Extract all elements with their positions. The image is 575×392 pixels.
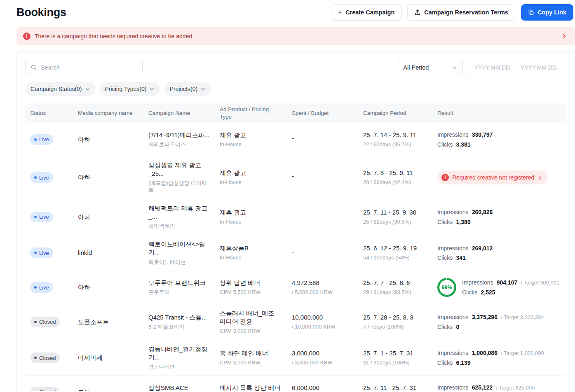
result-metrics: Impressions 904,107 / Target 909,091 Cli… (462, 277, 559, 297)
period-progress: 25 / 82days (30.5%) (363, 219, 427, 226)
result-cell: ! Impressions 625,122 / Target 625,000 C… (432, 377, 566, 391)
search-box (25, 60, 143, 75)
clicks-label: Clicks (437, 324, 453, 330)
status-badge: Live (30, 172, 53, 183)
table-row[interactable]: Live 아하 (7/14~9/11)메리츠파... 메리츠파트너스 제휴 광고… (25, 123, 566, 156)
create-campaign-button[interactable]: + Create Campaign (331, 4, 402, 21)
campaign-name: 삼성SMB ACE (148, 384, 210, 391)
chevron-right-icon[interactable] (561, 33, 568, 40)
campaign-name-cell: 경동나비엔_환기청정기... 경동나비엔 (143, 340, 215, 376)
budget-amount: / 5,000,000 KRW (292, 289, 353, 296)
status-badge: Live (30, 247, 53, 258)
campaign-reservation-terms-button[interactable]: Campaign Reservation Terms (407, 4, 515, 21)
search-icon (31, 64, 37, 71)
status-badge: Closed (30, 352, 60, 363)
spent-amount: - (292, 212, 353, 220)
projects-filter[interactable]: Projects(0) (164, 82, 211, 96)
clicks-value: 6,139 (456, 359, 471, 366)
budget-amount: / 10,000,000 KRW (292, 324, 353, 331)
table-row[interactable]: Closed 크몽 삼성SMB ACE 삼성전자 메시지 목록 상단 배너 CP… (25, 376, 566, 391)
period-dates: 25. 7. 11 - 25. 9. 30 (363, 208, 427, 217)
status-cell: Live (25, 129, 73, 150)
impressions-label: Impressions (437, 209, 468, 215)
result-metrics: Impressions 260,826 Clicks 1,380 (437, 207, 494, 227)
status-label: Live (39, 214, 49, 220)
search-input[interactable] (41, 64, 137, 71)
chevron-right-icon (537, 175, 543, 180)
ad-product: 상위 답변 배너 (220, 279, 282, 287)
bookings-card: All Period - Campaign Status(0) Pricing … (16, 51, 575, 391)
campaign-period-cell: 25. 7. 11 - 25. 7. 31 21 / 21days (100%) (358, 379, 432, 391)
column-campaign-period: Campaign Period (358, 107, 432, 119)
media-company-name: 아하 (78, 135, 138, 144)
clicks-value: 2,525 (481, 289, 495, 296)
pricing-type: In-House (220, 219, 282, 226)
spent-amount: 6,000,000 (292, 384, 353, 391)
status-dot-icon (34, 357, 37, 359)
campaign-status-filter[interactable]: Campaign Status(0) (25, 82, 96, 96)
page-title: Bookings (16, 6, 66, 19)
plus-icon: + (338, 9, 343, 16)
table-row[interactable]: Live 아하 삼성생명 제휴 광고_25... (매드업)삼성생명 다이렉트 … (25, 156, 566, 199)
period-progress: 22 / 60days (36.7%) (363, 141, 427, 148)
result-metrics: Impressions 3,375,296 / Target 3,333,334… (437, 312, 544, 332)
status-dot-icon (34, 286, 37, 289)
result-cell: ! Impressions 3,375,296 / Target 3,333,3… (432, 307, 566, 337)
campaign-period-cell: 25. 6. 12 - 25. 9. 19 54 / 100days (54%) (358, 239, 432, 266)
period-select-value: All Period (403, 64, 429, 71)
table-row[interactable]: Live 아하 해빗팩토리 제휴 광고_... 해빗팩토리 제휴 광고 In-H… (25, 199, 566, 235)
media-company-name: 크몽 (78, 388, 138, 391)
impressions-target: / Target 3,333,334 (501, 314, 544, 320)
clicks-label: Clicks (462, 289, 477, 296)
page-header: Bookings + Create Campaign Campaign Rese… (0, 0, 575, 25)
pricing-type: In-House (220, 141, 282, 148)
required-creative-warning[interactable]: ! Required creative not registered (437, 170, 548, 184)
pricing-types-filter[interactable]: Pricing Types(0) (100, 82, 160, 96)
impressions-label: Impressions (437, 314, 468, 320)
date-end-input[interactable] (521, 64, 560, 71)
media-company-cell: 아하 (73, 168, 143, 187)
spent-budget-cell: - (287, 167, 358, 187)
status-cell: Live (25, 277, 73, 298)
spent-amount: 4,972,588 (292, 279, 353, 287)
spent-amount: 10,000,000 (292, 313, 353, 322)
spent-budget-cell: - (287, 243, 358, 263)
table-row[interactable]: Live 아하 모두투어 브랜드위크 모두투어 상위 답변 배너 CPM 5,5… (25, 271, 566, 304)
warning-label: Required creative not registered (452, 174, 534, 181)
impressions-label: Impressions (437, 245, 468, 252)
table-row[interactable]: Live linkid 헥토이노베이션<>링키... 헥토이노베이션 제휴상품B… (25, 235, 566, 271)
result-cell: ! Impressions 269,012 Clicks 341 (432, 238, 566, 268)
spent-budget-cell: 10,000,000 / 10,000,000 KRW (287, 308, 358, 336)
impressions-value: 269,012 (472, 245, 493, 252)
period-select[interactable]: All Period (398, 60, 463, 75)
media-company-cell: 크몽 (73, 383, 143, 391)
chevron-down-icon (452, 65, 458, 70)
pricing-type: CPM 3,000 KRW (220, 328, 282, 335)
status-cell: Closed (25, 348, 73, 368)
ad-product-cell: 홈 화면 메인 배너 CPM 3,000 KRW (215, 344, 287, 371)
creative-required-alert[interactable]: ! There is a campaign that needs require… (16, 27, 575, 45)
ad-product-cell: 메시지 목록 상단 배너 CPM 9,600 KRW (215, 379, 287, 391)
media-company-name: 아하 (78, 283, 138, 292)
table-row[interactable]: Closed 미세미세 경동나비엔_환기청정기... 경동나비엔 홈 화면 메인… (25, 340, 566, 376)
copy-link-button[interactable]: Copy Link (521, 4, 573, 21)
spent-budget-cell: - (287, 129, 358, 149)
campaign-advertiser: (매드업)삼성생명 다이렉트 (148, 180, 210, 194)
progress-ring-value: 99% (439, 280, 454, 295)
result-cell: ! Impressions 1,000,086 / Target 1,000,0… (432, 343, 566, 373)
pricing-type: In-House (220, 179, 282, 186)
media-company-name: linkid (78, 249, 138, 257)
impressions-target: / Target 625,000 (496, 385, 535, 391)
clicks-label: Clicks (437, 141, 453, 148)
date-range-picker: - (468, 60, 566, 75)
column-status: Status (25, 107, 73, 119)
ad-product: 제휴상품B (220, 244, 282, 252)
result-metrics: Impressions 625,122 / Target 625,000 Cli… (437, 382, 535, 391)
status-label: Live (39, 136, 49, 142)
impressions-value: 3,375,296 (472, 314, 498, 320)
date-start-input[interactable] (474, 64, 514, 71)
table-row[interactable]: Closed 도플소프트 Q425 Transit - 스플... 6-2 애플… (25, 304, 566, 340)
table-header: Status Media company name Campaign Name … (25, 103, 566, 123)
impressions-label: Impressions (437, 350, 468, 356)
period-dates: 25. 7. 11 - 25. 7. 31 (363, 384, 427, 391)
